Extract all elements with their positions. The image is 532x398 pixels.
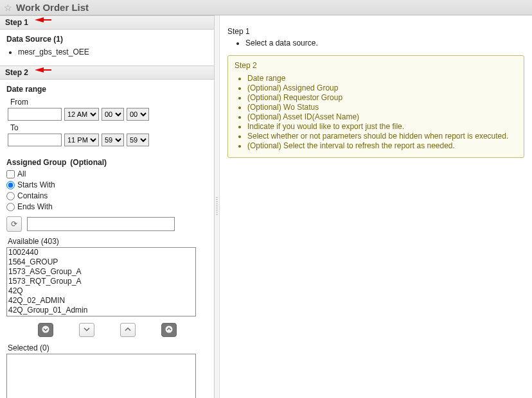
step2-body: Date range From 12 AM1 AM2 AM3 AM4 AM5 A…	[0, 80, 214, 398]
step2-header[interactable]: Step 2	[0, 65, 214, 80]
favorite-star-icon[interactable]: ☆	[4, 3, 12, 13]
refresh-icon: ⟳	[11, 220, 17, 229]
step1-header-label: Step 1	[5, 18, 28, 27]
list-item[interactable]: 1573_RQT_Group_A	[7, 277, 195, 286]
svg-point-0	[42, 325, 49, 333]
instruction-item: Indicate if you would like to export jus…	[247, 122, 517, 131]
instruction-item: (Optional) Wo Status	[247, 103, 517, 112]
available-listbox[interactable]: 10024401564_GROUP1573_ASG_Group_A1573_RQ…	[6, 247, 196, 316]
right-step2-box: Step 2 Date range(Optional) Assigned Gro…	[227, 55, 524, 158]
instruction-item: Select whether or not parameters should …	[247, 132, 517, 141]
step1-header[interactable]: Step 1	[0, 15, 214, 30]
left-panel: Step 1 Data Source (1) mesr_gbs_test_OEE…	[0, 15, 215, 398]
move-all-up-button[interactable]	[161, 323, 177, 337]
starts-with-radio[interactable]	[6, 181, 15, 189]
to-label: To	[10, 123, 208, 132]
available-label: Available (403)	[8, 237, 208, 246]
instruction-item: Select a data source.	[245, 39, 524, 48]
selected-label: Selected (0)	[8, 343, 208, 352]
list-item[interactable]: 42Q_Group_01_Admin	[7, 306, 195, 315]
data-source-label: Data Source (1)	[6, 35, 208, 44]
data-source-list: mesr_gbs_test_OEE	[18, 48, 208, 56]
all-label: All	[17, 169, 26, 178]
from-date-input[interactable]	[8, 108, 62, 121]
right-step2-title: Step 2	[235, 61, 517, 70]
starts-with-label: Starts With	[17, 180, 55, 189]
list-item[interactable]: 42q_GROUP_02_ADMIN	[7, 315, 195, 316]
ends-with-radio[interactable]	[6, 203, 15, 211]
move-down-button[interactable]	[79, 323, 94, 337]
to-sec-select[interactable]: 0015304559	[127, 134, 149, 146]
circle-down-icon	[42, 325, 49, 335]
list-item[interactable]: 42Q_02_ADMIN	[7, 296, 195, 306]
from-sec-select[interactable]: 0015304559	[127, 108, 149, 121]
svg-point-1	[165, 325, 172, 333]
filter-input[interactable]	[27, 217, 175, 231]
page-header: ☆ Work Order List	[0, 0, 532, 15]
from-min-select[interactable]: 0015304559	[102, 108, 124, 121]
all-checkbox[interactable]	[6, 170, 15, 178]
panel-resize-handle[interactable]	[215, 15, 220, 398]
right-step2-list: Date range(Optional) Assigned Group(Opti…	[247, 74, 517, 150]
contains-radio[interactable]	[6, 192, 15, 200]
instruction-item: Date range	[247, 74, 517, 83]
refresh-button[interactable]: ⟳	[6, 216, 22, 232]
arrow-icon	[35, 67, 44, 73]
to-hour-select[interactable]: 12 AM1 AM2 AM3 AM4 AM5 AM6 AM7 AM8 AM9 A…	[64, 134, 99, 146]
right-panel: Step 1 Select a data source. Step 2 Date…	[220, 15, 532, 398]
chevron-down-icon	[84, 325, 90, 334]
instruction-item: (Optional) Select the interval to refres…	[247, 141, 517, 150]
step1-body: Data Source (1) mesr_gbs_test_OEE	[0, 30, 214, 65]
instruction-item: (Optional) Requestor Group	[247, 93, 517, 102]
list-item[interactable]: 1573_ASG_Group_A	[7, 267, 195, 277]
to-date-input[interactable]	[8, 134, 62, 146]
list-item[interactable]: 1564_GROUP	[7, 257, 195, 267]
move-all-down-button[interactable]	[38, 323, 53, 337]
list-item[interactable]: 1002440	[7, 248, 195, 257]
from-hour-select[interactable]: 12 AM1 AM2 AM3 AM4 AM5 AM6 AM7 AM8 AM9 A…	[64, 108, 99, 121]
list-item[interactable]: 42Q	[7, 286, 195, 296]
date-range-label: Date range	[6, 85, 208, 94]
optional-label: (Optional)	[70, 158, 107, 167]
instruction-item: (Optional) Assigned Group	[247, 83, 517, 92]
instruction-item: (Optional) Asset ID(Asset Name)	[247, 112, 517, 121]
contains-label: Contains	[17, 191, 48, 200]
data-source-item: mesr_gbs_test_OEE	[18, 48, 208, 56]
circle-up-icon	[165, 325, 173, 335]
from-label: From	[10, 98, 208, 107]
main-body: Step 1 Data Source (1) mesr_gbs_test_OEE…	[0, 15, 532, 398]
to-min-select[interactable]: 0015304559	[102, 134, 124, 146]
assigned-group-label: Assigned Group	[6, 158, 66, 167]
chevron-up-icon	[125, 325, 131, 334]
page-title: Work Order List	[16, 2, 89, 13]
arrow-icon	[35, 17, 44, 22]
selected-listbox[interactable]	[6, 354, 196, 398]
move-up-button[interactable]	[120, 323, 136, 337]
ends-with-label: Ends With	[17, 202, 53, 211]
step2-header-label: Step 2	[5, 68, 28, 77]
right-step1-title: Step 1	[227, 27, 524, 36]
right-step1-list: Select a data source.	[245, 39, 524, 48]
